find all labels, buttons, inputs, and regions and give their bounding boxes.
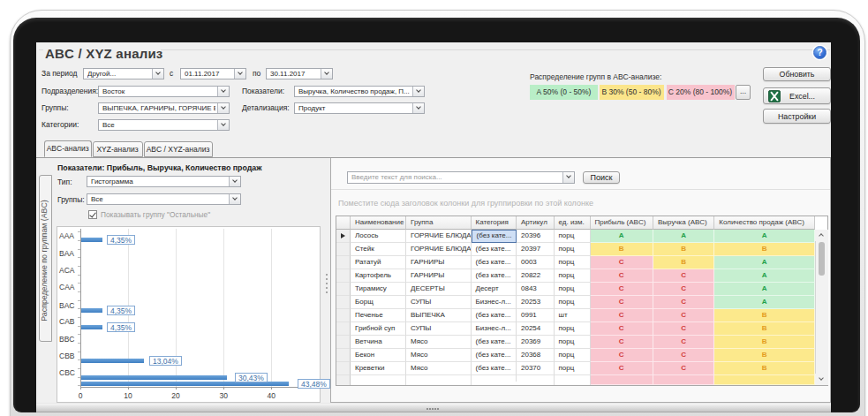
detail-select[interactable]: Продукт [294,102,425,114]
cell-category[interactable]: (без кате... [472,349,517,362]
cell-sku[interactable]: 0843 [517,283,555,296]
cell-sku[interactable]: 20254 [517,322,555,336]
cell-category[interactable]: Десерт [472,283,517,296]
cell-abc[interactable]: C [653,349,714,362]
cell-abc[interactable]: B [714,243,815,256]
cell-name[interactable]: Печенье [351,309,406,322]
cell-name[interactable]: Рататуй [351,256,406,269]
cell-abc[interactable]: A [714,256,815,269]
date-to-select[interactable]: 30.11.2017 [266,68,333,79]
cell-abc[interactable]: B [653,256,714,269]
tab-xyz[interactable]: XYZ-анализ [93,141,143,157]
cell-name[interactable]: Креветки [351,362,406,375]
cell-category[interactable]: (без кате... [472,336,517,349]
cell-category[interactable]: (без кате... [472,309,517,322]
excel-button[interactable]: Excel... [763,87,831,104]
chevron-down-icon[interactable] [562,172,574,183]
cell-group[interactable]: Мясо [406,336,472,349]
cell-group[interactable]: ГОРЯЧИЕ БЛЮДА [406,230,472,243]
cell-sku[interactable]: 20253 [517,296,555,309]
scrollbar-thumb[interactable] [819,242,825,276]
column-header[interactable]: Группа [406,216,472,230]
column-header[interactable]: Прибыль (ABC) [591,216,654,230]
cell-abc[interactable]: B [714,309,815,322]
cell-category-selected[interactable]: (без кате... [472,230,517,243]
cell-group[interactable]: ВЫПЕЧКА [406,309,472,322]
cell-abc[interactable]: C [591,256,654,269]
column-header[interactable]: ед. изм. [555,216,591,230]
cell-unit[interactable]: порц [555,243,591,256]
cell-group[interactable]: Мясо [406,362,472,375]
cell-abc[interactable]: C [653,336,714,349]
cell-sku[interactable]: 0991 [517,309,555,322]
chart-type-select[interactable]: Гистограмма [87,176,241,187]
cell-sku[interactable]: 0003 [517,256,555,269]
cell-name[interactable]: Ветчина [351,336,406,349]
cell-abc[interactable]: A [714,296,815,309]
column-header[interactable]: Категория [472,216,517,230]
cell-unit[interactable]: порц [555,230,591,243]
cell-abc[interactable]: C [591,362,654,375]
scroll-up-button[interactable] [815,230,828,241]
cell-abc[interactable]: B [653,243,714,256]
chevron-down-icon[interactable] [412,103,424,113]
cell-abc[interactable]: C [653,296,714,309]
cell-group[interactable]: ДЕСЕРТЫ [406,283,472,296]
cell-abc[interactable]: C [653,309,714,322]
cell-group[interactable]: ГОРЯЧИЕ БЛЮДА [406,243,472,256]
cell-sku[interactable]: 20368 [517,349,555,362]
cell-abc[interactable]: A [653,230,714,243]
search-input[interactable]: Введите текст для поиска... [347,171,575,184]
column-header[interactable]: Количество продаж (ABC) [714,216,815,230]
cell-abc[interactable]: C [591,349,654,362]
column-header[interactable]: Выручка (ABC) [653,216,714,230]
cell-category[interactable]: (без кате... [472,256,517,269]
cell-unit[interactable]: шт [555,309,591,322]
cell-category[interactable]: Бизнес-л... [472,296,517,309]
cell-abc[interactable]: C [591,336,654,349]
chart-groups-select[interactable]: Все [87,193,241,205]
cell-name[interactable]: Картофель [351,269,406,283]
tab-abc[interactable]: ABC-анализ [44,140,92,157]
cell-sku[interactable]: 20370 [517,362,555,375]
chevron-down-icon[interactable] [412,87,424,96]
cell-unit[interactable]: порц [555,336,591,349]
cell-group[interactable]: ГАРНИРЫ [406,269,472,283]
cell-abc[interactable]: A [591,230,654,243]
cell-group[interactable]: ГАРНИРЫ [406,256,472,269]
chevron-down-icon[interactable] [217,120,229,130]
cell-unit[interactable]: порц [555,349,591,362]
cell-sku[interactable]: 20396 [517,230,555,243]
date-from-select[interactable]: 01.11.2017 [180,68,246,79]
column-header[interactable]: Наименование [351,216,406,230]
period-select[interactable]: Другой... [83,68,164,79]
cell-group[interactable]: Мясо [406,349,472,362]
cell-unit[interactable]: порц [555,269,591,283]
cell-abc[interactable]: C [653,283,714,296]
groups-select[interactable]: ВЫПЕЧКА, ГАРНИРЫ, ГОРЯЧИЕ Б... [98,102,230,114]
cell-name[interactable]: Грибной суп [351,322,406,336]
cell-abc[interactable]: B [714,362,815,375]
chevron-down-icon[interactable] [229,194,240,204]
cell-abc[interactable]: C [591,283,654,296]
tab-abc-xyz[interactable]: ABC / XYZ-анализ [144,141,213,157]
cell-category[interactable]: (без кате... [472,362,517,375]
departments-select[interactable]: Восток [98,86,230,97]
cell-abc[interactable]: B [714,322,815,336]
refresh-button[interactable]: Обновить [763,67,831,81]
cell-abc[interactable]: A [714,269,815,283]
cell-abc[interactable]: C [591,322,654,336]
cell-unit[interactable]: порц [555,362,591,375]
cell-sku[interactable]: 20822 [517,269,555,283]
chevron-down-icon[interactable] [229,177,240,186]
cell-abc[interactable]: C [591,309,654,322]
chevron-down-icon[interactable] [217,87,229,96]
cell-abc[interactable]: C [653,269,714,283]
cell-abc[interactable]: B [591,243,654,256]
cell-sku[interactable]: 20369 [517,336,555,349]
cell-unit[interactable]: порц [555,322,591,336]
show-others-checkbox[interactable] [88,210,97,219]
side-tab-distribution[interactable]: Распределение по группам (ABC) [39,175,52,342]
cell-category[interactable]: (без кате... [472,243,517,256]
search-button[interactable]: Поиск [583,171,620,184]
